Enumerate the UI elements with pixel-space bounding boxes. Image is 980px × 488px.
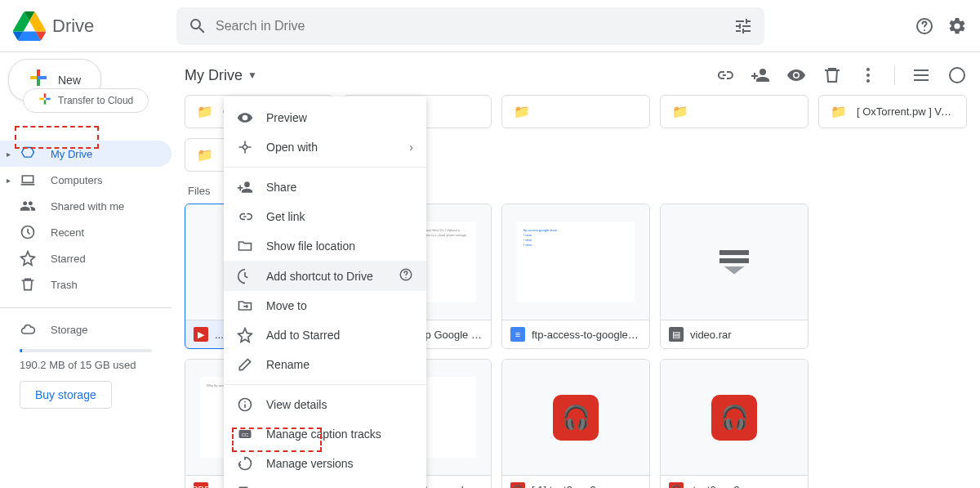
help-icon[interactable] bbox=[915, 16, 934, 36]
menu-item-manage-caption-tracks[interactable]: CCManage caption tracks bbox=[224, 419, 426, 449]
storage-label: Storage bbox=[51, 324, 88, 336]
nav-my-drive[interactable]: ▸ My Drive bbox=[0, 141, 172, 167]
nav-label: My Drive bbox=[51, 148, 92, 160]
transfer-to-cloud-pill[interactable]: Transfer to Cloud bbox=[23, 88, 149, 113]
folder-chip[interactable]: 📁 bbox=[660, 95, 808, 128]
rar-art-icon bbox=[718, 246, 751, 279]
breadcrumb-row: My Drive ▼ bbox=[185, 56, 967, 95]
eye-icon bbox=[237, 110, 253, 126]
eye-icon[interactable] bbox=[786, 65, 806, 85]
rename-icon bbox=[237, 356, 253, 373]
file-thumbnail: 🎧 bbox=[661, 360, 808, 475]
menu-item-view-details[interactable]: View details bbox=[224, 390, 426, 419]
menu-item-make-a-copy[interactable]: Make a copy bbox=[224, 478, 426, 488]
menu-item-add-to-starred[interactable]: Add to Starred bbox=[224, 320, 426, 350]
nav-label: Computers bbox=[51, 174, 103, 186]
nav-computers[interactable]: ▸ Computers bbox=[0, 167, 172, 193]
headphones-icon: 🎧 bbox=[553, 395, 599, 441]
svg-rect-1 bbox=[37, 76, 40, 79]
folder-chip[interactable]: 📁[ OxTorrent.pw ] VA - HI... bbox=[818, 95, 967, 128]
folder-icon: 📁 bbox=[197, 104, 213, 119]
folder-icon: 📁 bbox=[672, 104, 688, 119]
chevron-right-icon: ▸ bbox=[7, 150, 11, 159]
nav-starred[interactable]: Starred bbox=[0, 245, 172, 271]
audio-file-icon: 🎧 bbox=[510, 482, 525, 488]
menu-item-get-link[interactable]: Get link bbox=[224, 202, 426, 231]
rar-file-icon: ▤ bbox=[669, 327, 684, 342]
file-card[interactable]: ftp access google drive• item• item• ite… bbox=[501, 204, 650, 349]
file-card[interactable]: ▤video.rar bbox=[660, 204, 808, 349]
info-icon[interactable] bbox=[947, 65, 967, 85]
chevron-down-icon: ▼ bbox=[247, 69, 257, 81]
clock-icon bbox=[20, 224, 36, 240]
shortcut-icon bbox=[237, 268, 253, 284]
video-file-icon: ▶ bbox=[194, 327, 208, 342]
cloud-icon bbox=[20, 321, 36, 338]
menu-item-rename[interactable]: Rename bbox=[224, 350, 426, 379]
buy-storage-button[interactable]: Buy storage bbox=[20, 381, 112, 409]
menu-item-show-file-location[interactable]: Show file location bbox=[224, 231, 426, 261]
view-list-icon[interactable] bbox=[911, 65, 931, 85]
svg-point-6 bbox=[950, 68, 964, 83]
nav-storage[interactable]: Storage bbox=[20, 316, 152, 342]
file-thumbnail: ftp access google drive• item• item• ite… bbox=[502, 204, 649, 320]
header: Drive bbox=[0, 0, 980, 52]
search-bar[interactable] bbox=[176, 7, 764, 45]
menu-item-share[interactable]: Share bbox=[224, 172, 426, 202]
nav-trash[interactable]: Trash bbox=[0, 271, 172, 298]
nav-label: Recent bbox=[51, 226, 84, 239]
search-input[interactable] bbox=[216, 19, 733, 34]
file-card[interactable]: 🎧 🎧.test2.mp3 bbox=[660, 359, 808, 488]
logo-wrap[interactable]: Drive bbox=[13, 10, 176, 43]
app-name: Drive bbox=[52, 16, 94, 37]
delete-icon[interactable] bbox=[822, 65, 842, 85]
doc-file-icon: ≡ bbox=[510, 327, 525, 342]
menu-item-manage-versions[interactable]: Manage versions bbox=[224, 449, 426, 478]
more-vert-icon[interactable] bbox=[858, 65, 878, 85]
search-icon bbox=[188, 16, 207, 36]
drive-nav-icon bbox=[20, 146, 36, 162]
nav-label: Shared with me bbox=[51, 200, 124, 213]
headphones-icon: 🎧 bbox=[711, 395, 757, 441]
svg-point-5 bbox=[866, 79, 870, 83]
person-add-icon[interactable] bbox=[751, 65, 770, 85]
menu-item-add-shortcut-to-drive[interactable]: Add shortcut to Drive bbox=[224, 261, 426, 291]
menu-item-open-with[interactable]: Open with› bbox=[224, 132, 426, 162]
moveto-icon bbox=[237, 298, 253, 314]
menu-item-preview[interactable]: Preview bbox=[224, 103, 426, 132]
svg-point-3 bbox=[866, 68, 870, 71]
link-icon[interactable] bbox=[715, 65, 734, 85]
file-card[interactable]: 🎧 🎧[ 1].test3.mp3 bbox=[501, 359, 650, 488]
star-icon bbox=[237, 327, 253, 343]
settings-icon[interactable] bbox=[947, 16, 967, 36]
menu-item-move-to[interactable]: Move to bbox=[224, 291, 426, 320]
folder-chip[interactable]: 📁 bbox=[501, 95, 650, 128]
folder-icon bbox=[237, 238, 253, 254]
file-thumbnail bbox=[661, 204, 808, 320]
versions-icon bbox=[237, 455, 253, 472]
nav-shared[interactable]: Shared with me bbox=[0, 193, 172, 219]
sidebar: New Transfer to Cloud ▸ My Drive ▸ Compu… bbox=[0, 52, 172, 488]
storage-section: Storage 190.2 MB of 15 GB used Buy stora… bbox=[0, 307, 172, 417]
storage-used-text: 190.2 MB of 15 GB used bbox=[20, 359, 152, 371]
new-button-label: New bbox=[58, 74, 81, 87]
help-circle-icon bbox=[399, 267, 413, 284]
folder-icon: 📁 bbox=[514, 104, 530, 119]
cc-icon: CC bbox=[237, 426, 253, 442]
nav-recent[interactable]: Recent bbox=[0, 219, 172, 245]
trash-icon bbox=[20, 276, 36, 293]
selection-toolbar bbox=[715, 65, 967, 85]
storage-bar bbox=[20, 349, 152, 352]
chevron-right-icon: › bbox=[409, 141, 413, 154]
star-icon bbox=[20, 250, 36, 266]
audio-file-icon: 🎧 bbox=[669, 482, 684, 488]
plus-small-icon bbox=[38, 92, 51, 109]
share-icon bbox=[237, 179, 253, 195]
svg-text:CC: CC bbox=[242, 432, 248, 437]
breadcrumb[interactable]: My Drive ▼ bbox=[185, 67, 257, 84]
svg-point-4 bbox=[866, 74, 870, 77]
search-tune-icon[interactable] bbox=[733, 16, 753, 36]
openwith-icon bbox=[237, 139, 253, 155]
info-icon bbox=[237, 396, 253, 413]
nav-label: Starred bbox=[51, 253, 86, 265]
